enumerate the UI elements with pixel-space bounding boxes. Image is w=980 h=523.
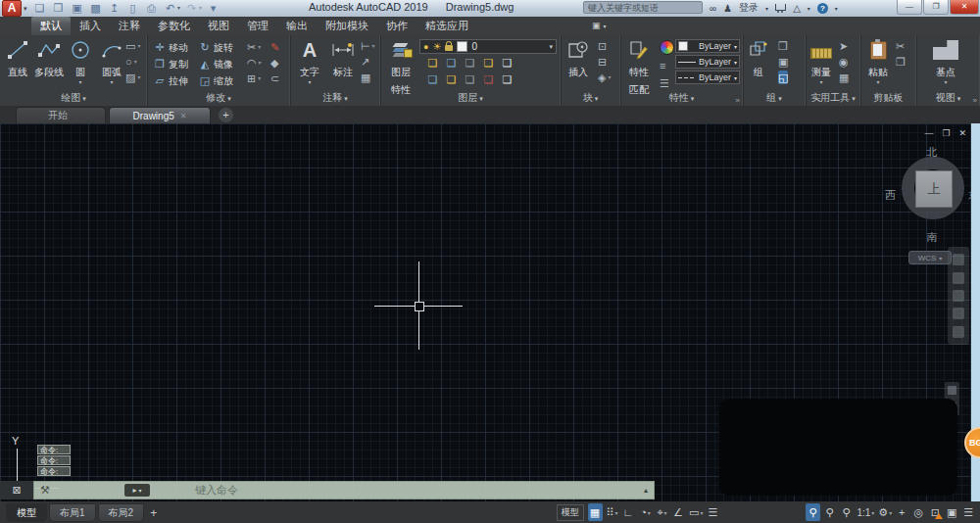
workspace-switch-icon[interactable]: ⚙ ▾ bbox=[877, 503, 893, 521]
layout-tab[interactable]: 布局2 bbox=[98, 503, 145, 522]
layer-properties-button[interactable]: 图层 特性 bbox=[382, 38, 419, 97]
leader-icon[interactable]: ↗ bbox=[361, 55, 375, 69]
color-wheel-icon[interactable] bbox=[660, 40, 674, 55]
ellipse-icon[interactable]: ○ ▾ bbox=[125, 55, 140, 69]
close-tab-icon[interactable]: ✕ bbox=[180, 112, 187, 120]
join-icon[interactable]: ⊂ bbox=[270, 71, 279, 85]
file-tab[interactable]: Drawing5 ✕ bbox=[109, 107, 211, 123]
sign-in-label[interactable]: 登录 bbox=[739, 1, 759, 15]
save-icon[interactable]: ▣ bbox=[71, 2, 84, 15]
polar-tracking-icon[interactable]: ◔ ▾ bbox=[638, 503, 653, 521]
insert-block-button[interactable]: 插入 bbox=[563, 38, 594, 79]
erase-icon[interactable]: ✎ bbox=[270, 40, 279, 54]
apps-dropdown-icon[interactable]: ▾ bbox=[808, 5, 810, 12]
circle-button[interactable]: 圆 ▾ bbox=[65, 38, 96, 85]
ribbon-tab[interactable]: 注释 bbox=[110, 17, 149, 35]
ribbon-tab[interactable]: 附加模块 bbox=[317, 17, 377, 35]
drawing-restore-icon[interactable]: ❐ bbox=[942, 128, 950, 138]
hatch-icon[interactable]: ▨ ▾ bbox=[125, 71, 140, 84]
mobile-publish-icon[interactable]: ▯ bbox=[126, 2, 140, 15]
layer-tool-icon[interactable]: ❏ bbox=[423, 73, 442, 90]
upload-icon[interactable]: ↥ bbox=[108, 2, 122, 15]
viewcube-top-face[interactable]: 上 bbox=[915, 170, 953, 208]
redo-icon[interactable]: ↷ ▾ bbox=[185, 2, 202, 15]
drawing-close-icon[interactable]: ✕ bbox=[958, 128, 966, 138]
ribbon-tab[interactable]: 协作 bbox=[377, 17, 416, 35]
create-block-icon[interactable]: ⊡ bbox=[598, 39, 611, 53]
copy-clip-icon[interactable]: ❐ bbox=[896, 55, 906, 69]
layer-tool-icon[interactable]: ❏ bbox=[461, 57, 479, 73]
wrench-customize-icon[interactable]: ⚒ bbox=[40, 484, 50, 497]
ribbon-display-toggle[interactable]: ▣ ▾ bbox=[592, 21, 607, 30]
search-input[interactable] bbox=[583, 1, 703, 14]
search-icon[interactable]: ∞ bbox=[710, 3, 716, 14]
ortho-mode-icon[interactable]: ∟ bbox=[621, 503, 636, 521]
viewcube-south[interactable]: 南 bbox=[885, 230, 979, 245]
isolate-objects-icon[interactable]: ◎ bbox=[911, 503, 926, 521]
floating-badge-button[interactable]: BG bbox=[964, 427, 980, 458]
navigation-bar[interactable] bbox=[948, 247, 969, 345]
group-button[interactable]: 组 bbox=[745, 38, 772, 79]
polyline-button[interactable]: 多段线 bbox=[33, 38, 65, 79]
move-button[interactable]: ✛ 移动 bbox=[153, 39, 198, 56]
new-drawing-tab-button[interactable]: + bbox=[218, 107, 234, 123]
print-icon[interactable]: ⎙ bbox=[145, 2, 159, 15]
file-tab[interactable]: 开始 bbox=[16, 107, 106, 123]
ribbon-tab[interactable]: 视图 bbox=[199, 17, 238, 35]
lineweight-dropdown[interactable]: ByLayer ▾ bbox=[675, 55, 740, 69]
viewcube[interactable]: 北 西 上 东 南 bbox=[885, 145, 979, 243]
cut-icon[interactable]: ✂ bbox=[896, 39, 906, 53]
annotation-scale-person-icon[interactable]: ⚲ bbox=[839, 503, 854, 521]
command-input-area[interactable]: ⚒ ▸ ▾ 键入命令 ▴ bbox=[33, 481, 655, 499]
layer-tool-icon[interactable]: ❏ bbox=[498, 57, 516, 73]
layout-tab[interactable]: 布局1 bbox=[49, 503, 96, 522]
pan-icon[interactable] bbox=[953, 272, 964, 284]
save-as-icon[interactable]: ▩ bbox=[89, 2, 103, 15]
zoom-icon[interactable] bbox=[953, 290, 964, 302]
object-snap-icon[interactable]: ⌖ ▾ bbox=[655, 503, 669, 521]
clean-screen-icon[interactable]: ▣ bbox=[945, 503, 959, 521]
utilities-panel-label[interactable]: 实用工具▾ bbox=[806, 91, 860, 105]
ribbon-tab[interactable]: 参数化 bbox=[149, 17, 199, 35]
help-icon[interactable]: ? bbox=[817, 3, 828, 14]
line-button[interactable]: 直线 bbox=[2, 38, 33, 79]
app-store-cart-icon[interactable] bbox=[775, 4, 786, 11]
ribbon-tab[interactable]: 输出 bbox=[277, 17, 317, 35]
quick-select-icon[interactable]: ➤ bbox=[839, 39, 849, 53]
layer-tool-icon[interactable]: ❏ bbox=[479, 57, 498, 73]
block-attribute-icon[interactable]: ◈ ▾ bbox=[598, 71, 611, 84]
linetype-dropdown[interactable]: ByLayer ▾ bbox=[675, 71, 740, 84]
ribbon-tab[interactable]: 管理 bbox=[238, 17, 277, 35]
navigation-wheel-icon[interactable] bbox=[953, 254, 964, 265]
arc-button[interactable]: 圆弧 ▾ bbox=[96, 38, 127, 85]
drawing-canvas[interactable]: — ❐ ✕ 北 西 上 东 南 WCS ▾ BG Y 命令: bbox=[0, 123, 980, 501]
linetype-list-icon[interactable]: ☰ bbox=[660, 76, 674, 90]
layer-tool-icon[interactable]: ❏ bbox=[423, 57, 442, 73]
measure-button[interactable]: 测量 ▾ bbox=[808, 38, 835, 85]
layer-tool-icon[interactable]: ❏ bbox=[498, 73, 516, 90]
paste-button[interactable]: 粘贴 ▾ bbox=[864, 38, 892, 85]
write-block-icon[interactable]: ⊟ bbox=[598, 55, 611, 69]
customize-icon[interactable]: ☰ bbox=[961, 503, 976, 521]
layer-tool-icon[interactable]: ❏ bbox=[442, 73, 461, 90]
lineweight-icon[interactable]: ☰ bbox=[706, 503, 720, 521]
annotation-scale-value[interactable]: 1:1 ▾ bbox=[856, 503, 875, 521]
block-panel-label[interactable]: 块▾ bbox=[561, 91, 620, 105]
properties-panel-label[interactable]: 特性▾ bbox=[620, 91, 743, 105]
object-color-dropdown[interactable]: ByLayer ▾ bbox=[675, 39, 740, 53]
layout-tab[interactable]: 模型 bbox=[6, 503, 47, 522]
new-file-icon[interactable]: ❏ bbox=[33, 2, 47, 15]
snap-mode-icon[interactable]: ⠿ ▾ bbox=[605, 503, 619, 521]
command-input-placeholder[interactable]: 键入命令 bbox=[195, 483, 238, 498]
view-panel-label[interactable]: 视图▾ bbox=[916, 91, 980, 105]
layer-tool-icon[interactable]: ❏ bbox=[442, 57, 461, 73]
showmotion-icon[interactable] bbox=[953, 326, 964, 338]
open-file-icon[interactable]: ❒ bbox=[52, 2, 66, 15]
undo-icon[interactable]: ↶ ▾ bbox=[164, 2, 180, 15]
explode-icon[interactable]: ◆ bbox=[270, 56, 279, 70]
calculator-icon[interactable]: ▦ bbox=[839, 71, 849, 84]
modify-panel-label[interactable]: 修改▾ bbox=[147, 91, 290, 105]
scale-button[interactable]: ◲ 缩放 bbox=[198, 72, 243, 89]
viewcube-west[interactable]: 西 bbox=[885, 188, 896, 203]
trim-icon[interactable]: ✂ ▾ bbox=[247, 40, 262, 54]
